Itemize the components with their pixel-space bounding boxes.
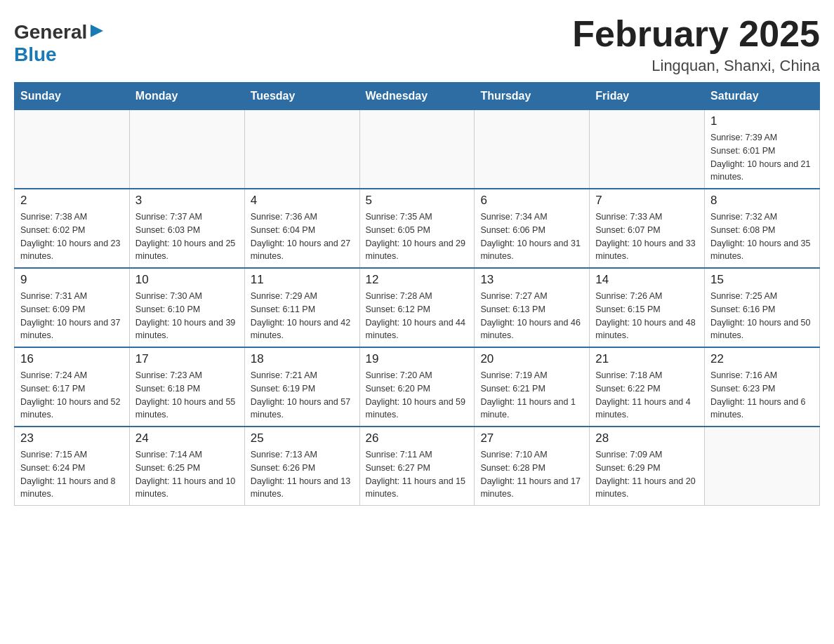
day-info: Sunrise: 7:26 AMSunset: 6:15 PMDaylight:… bbox=[595, 290, 699, 342]
calendar-week-4: 16Sunrise: 7:24 AMSunset: 6:17 PMDayligh… bbox=[15, 347, 820, 427]
calendar-cell: 8Sunrise: 7:32 AMSunset: 6:08 PMDaylight… bbox=[705, 189, 820, 268]
logo-blue-row: Blue bbox=[14, 43, 57, 66]
calendar-cell bbox=[590, 110, 705, 189]
calendar: Sunday Monday Tuesday Wednesday Thursday… bbox=[14, 82, 820, 506]
day-info: Sunrise: 7:32 AMSunset: 6:08 PMDaylight:… bbox=[710, 210, 814, 263]
day-number: 9 bbox=[20, 273, 124, 287]
day-number: 12 bbox=[366, 273, 469, 287]
day-info: Sunrise: 7:19 AMSunset: 6:21 PMDaylight:… bbox=[480, 369, 583, 422]
page-header: General Blue February 2025 Lingquan, Sha… bbox=[14, 14, 820, 75]
day-number: 23 bbox=[20, 431, 124, 445]
location: Lingquan, Shanxi, China bbox=[572, 57, 820, 75]
day-number: 8 bbox=[710, 194, 814, 208]
calendar-cell: 17Sunrise: 7:23 AMSunset: 6:18 PMDayligh… bbox=[129, 347, 244, 427]
day-info: Sunrise: 7:27 AMSunset: 6:13 PMDaylight:… bbox=[480, 290, 583, 342]
day-number: 21 bbox=[595, 352, 699, 366]
day-number: 4 bbox=[251, 194, 354, 208]
calendar-week-2: 2Sunrise: 7:38 AMSunset: 6:02 PMDaylight… bbox=[15, 189, 820, 268]
header-thursday: Thursday bbox=[475, 83, 590, 110]
day-number: 19 bbox=[366, 352, 469, 366]
day-number: 3 bbox=[135, 194, 239, 208]
day-number: 22 bbox=[710, 352, 814, 366]
day-number: 16 bbox=[20, 352, 124, 366]
day-info: Sunrise: 7:29 AMSunset: 6:11 PMDaylight:… bbox=[251, 290, 354, 342]
calendar-cell: 25Sunrise: 7:13 AMSunset: 6:26 PMDayligh… bbox=[244, 427, 359, 506]
calendar-cell bbox=[475, 110, 590, 189]
logo-general-text: General bbox=[14, 21, 87, 43]
day-info: Sunrise: 7:18 AMSunset: 6:22 PMDaylight:… bbox=[595, 369, 699, 422]
title-section: February 2025 Lingquan, Shanxi, China bbox=[572, 14, 820, 75]
day-number: 15 bbox=[710, 273, 814, 287]
day-info: Sunrise: 7:23 AMSunset: 6:18 PMDaylight:… bbox=[135, 369, 239, 422]
logo: General Blue bbox=[14, 14, 105, 66]
day-info: Sunrise: 7:34 AMSunset: 6:06 PMDaylight:… bbox=[480, 210, 583, 263]
day-info: Sunrise: 7:33 AMSunset: 6:07 PMDaylight:… bbox=[595, 210, 699, 263]
day-info: Sunrise: 7:10 AMSunset: 6:28 PMDaylight:… bbox=[480, 448, 583, 501]
header-monday: Monday bbox=[129, 83, 244, 110]
calendar-week-1: 1Sunrise: 7:39 AMSunset: 6:01 PMDaylight… bbox=[15, 110, 820, 189]
day-number: 11 bbox=[251, 273, 354, 287]
calendar-cell: 11Sunrise: 7:29 AMSunset: 6:11 PMDayligh… bbox=[244, 268, 359, 347]
day-info: Sunrise: 7:30 AMSunset: 6:10 PMDaylight:… bbox=[135, 290, 239, 342]
calendar-cell bbox=[359, 110, 475, 189]
calendar-cell: 14Sunrise: 7:26 AMSunset: 6:15 PMDayligh… bbox=[590, 268, 705, 347]
day-info: Sunrise: 7:35 AMSunset: 6:05 PMDaylight:… bbox=[366, 210, 469, 263]
calendar-cell: 9Sunrise: 7:31 AMSunset: 6:09 PMDaylight… bbox=[15, 268, 130, 347]
header-tuesday: Tuesday bbox=[244, 83, 359, 110]
day-info: Sunrise: 7:09 AMSunset: 6:29 PMDaylight:… bbox=[595, 448, 699, 501]
calendar-cell: 12Sunrise: 7:28 AMSunset: 6:12 PMDayligh… bbox=[359, 268, 475, 347]
day-number: 20 bbox=[480, 352, 583, 366]
day-number: 5 bbox=[366, 194, 469, 208]
day-info: Sunrise: 7:36 AMSunset: 6:04 PMDaylight:… bbox=[251, 210, 354, 263]
calendar-cell: 16Sunrise: 7:24 AMSunset: 6:17 PMDayligh… bbox=[15, 347, 130, 427]
day-number: 7 bbox=[595, 194, 699, 208]
calendar-cell: 27Sunrise: 7:10 AMSunset: 6:28 PMDayligh… bbox=[475, 427, 590, 506]
day-info: Sunrise: 7:13 AMSunset: 6:26 PMDaylight:… bbox=[251, 448, 354, 501]
calendar-cell: 15Sunrise: 7:25 AMSunset: 6:16 PMDayligh… bbox=[705, 268, 820, 347]
logo-triangle-icon bbox=[89, 23, 105, 39]
calendar-cell: 1Sunrise: 7:39 AMSunset: 6:01 PMDaylight… bbox=[705, 110, 820, 189]
day-number: 10 bbox=[135, 273, 239, 287]
calendar-cell bbox=[129, 110, 244, 189]
header-wednesday: Wednesday bbox=[359, 83, 475, 110]
calendar-cell: 24Sunrise: 7:14 AMSunset: 6:25 PMDayligh… bbox=[129, 427, 244, 506]
day-number: 6 bbox=[480, 194, 583, 208]
calendar-cell: 4Sunrise: 7:36 AMSunset: 6:04 PMDaylight… bbox=[244, 189, 359, 268]
calendar-cell: 28Sunrise: 7:09 AMSunset: 6:29 PMDayligh… bbox=[590, 427, 705, 506]
calendar-cell: 22Sunrise: 7:16 AMSunset: 6:23 PMDayligh… bbox=[705, 347, 820, 427]
calendar-cell: 21Sunrise: 7:18 AMSunset: 6:22 PMDayligh… bbox=[590, 347, 705, 427]
calendar-week-5: 23Sunrise: 7:15 AMSunset: 6:24 PMDayligh… bbox=[15, 427, 820, 506]
calendar-week-3: 9Sunrise: 7:31 AMSunset: 6:09 PMDaylight… bbox=[15, 268, 820, 347]
day-info: Sunrise: 7:24 AMSunset: 6:17 PMDaylight:… bbox=[20, 369, 124, 422]
calendar-cell: 5Sunrise: 7:35 AMSunset: 6:05 PMDaylight… bbox=[359, 189, 475, 268]
day-number: 25 bbox=[251, 431, 354, 445]
day-number: 26 bbox=[366, 431, 469, 445]
calendar-cell: 3Sunrise: 7:37 AMSunset: 6:03 PMDaylight… bbox=[129, 189, 244, 268]
calendar-cell: 7Sunrise: 7:33 AMSunset: 6:07 PMDaylight… bbox=[590, 189, 705, 268]
calendar-cell: 10Sunrise: 7:30 AMSunset: 6:10 PMDayligh… bbox=[129, 268, 244, 347]
calendar-header-row: Sunday Monday Tuesday Wednesday Thursday… bbox=[15, 83, 820, 110]
day-info: Sunrise: 7:15 AMSunset: 6:24 PMDaylight:… bbox=[20, 448, 124, 501]
header-friday: Friday bbox=[590, 83, 705, 110]
logo-row: General bbox=[14, 21, 105, 43]
calendar-cell: 13Sunrise: 7:27 AMSunset: 6:13 PMDayligh… bbox=[475, 268, 590, 347]
day-info: Sunrise: 7:16 AMSunset: 6:23 PMDaylight:… bbox=[710, 369, 814, 422]
calendar-cell: 26Sunrise: 7:11 AMSunset: 6:27 PMDayligh… bbox=[359, 427, 475, 506]
day-info: Sunrise: 7:37 AMSunset: 6:03 PMDaylight:… bbox=[135, 210, 239, 263]
calendar-cell bbox=[15, 110, 130, 189]
svg-marker-0 bbox=[91, 25, 103, 37]
logo-arrow-container bbox=[89, 23, 105, 41]
day-info: Sunrise: 7:21 AMSunset: 6:19 PMDaylight:… bbox=[251, 369, 354, 422]
header-saturday: Saturday bbox=[705, 83, 820, 110]
day-number: 17 bbox=[135, 352, 239, 366]
day-info: Sunrise: 7:31 AMSunset: 6:09 PMDaylight:… bbox=[20, 290, 124, 342]
day-number: 14 bbox=[595, 273, 699, 287]
calendar-cell: 23Sunrise: 7:15 AMSunset: 6:24 PMDayligh… bbox=[15, 427, 130, 506]
calendar-cell: 19Sunrise: 7:20 AMSunset: 6:20 PMDayligh… bbox=[359, 347, 475, 427]
header-sunday: Sunday bbox=[15, 83, 130, 110]
logo-blue-text: Blue bbox=[14, 43, 57, 65]
day-number: 2 bbox=[20, 194, 124, 208]
calendar-cell bbox=[705, 427, 820, 506]
day-number: 28 bbox=[595, 431, 699, 445]
day-info: Sunrise: 7:14 AMSunset: 6:25 PMDaylight:… bbox=[135, 448, 239, 501]
